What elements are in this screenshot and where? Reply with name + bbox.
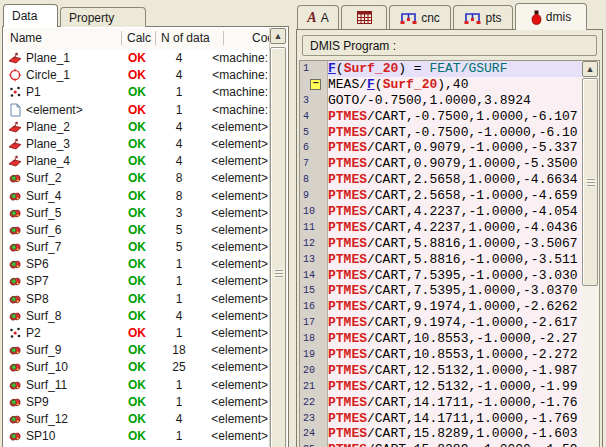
code-line[interactable]: 8PTMES/CART,2.5658,1.0000,-4.6634: [300, 172, 582, 188]
app-window: DataProperty Name Calc N of data Coc Pla…: [0, 0, 606, 447]
scrollbar-thumb[interactable]: [270, 47, 286, 447]
line-number: 5: [300, 125, 328, 141]
feature-name: Surf_9: [26, 343, 61, 357]
code-line[interactable]: 1F(Surf_20) = FEAT/GSURF: [300, 61, 582, 77]
table-row[interactable]: Circle_1OK4<machine:: [4, 67, 270, 84]
table-row[interactable]: Plane_4OK4<element>: [4, 153, 270, 170]
table-row[interactable]: Surf_5OK3<element>: [4, 205, 270, 222]
table-row[interactable]: SP8OK1<element>: [4, 291, 270, 308]
column-header-calc[interactable]: Calc: [127, 31, 151, 45]
code-line[interactable]: 15PTMES/CART,7.5395,1.0000,-3.0370: [300, 283, 582, 299]
scroll-up-button[interactable]: ▲: [582, 61, 598, 77]
code-line[interactable]: 20PTMES/CART,12.5132,1.0000,-1.987: [300, 363, 582, 379]
table-row[interactable]: Surf_11OK1<element>: [4, 377, 270, 394]
feature-name: Surf_5: [26, 206, 61, 220]
code-line[interactable]: 19PTMES/CART,10.8553,1.0000,-2.272: [300, 347, 582, 363]
table-row[interactable]: SP10OK1<element>: [4, 428, 270, 445]
code-line[interactable]: 23PTMES/CART,14.1711,1.0000,-1.769: [300, 411, 582, 427]
code-text: PTMES/CART,9.1974,1.0000,-2.6262: [328, 299, 582, 315]
code-line[interactable]: 16PTMES/CART,9.1974,1.0000,-2.6262: [300, 299, 582, 315]
left-scrollbar[interactable]: ▲: [269, 28, 287, 447]
scrollbar-thumb[interactable]: [582, 78, 598, 286]
tab-property[interactable]: Property: [60, 7, 146, 27]
feature-name: Surf_4: [26, 189, 61, 203]
table-row[interactable]: Plane_2OK4<element>: [4, 119, 270, 136]
surface-icon: [8, 378, 22, 392]
table-row[interactable]: Surf_2OK8<element>: [4, 170, 270, 187]
code-text: PTMES/CART,-0.7500,-1.0000,-6.10: [328, 125, 582, 141]
code-line[interactable]: 4PTMES/CART,-0.7500,1.0000,-6.107: [300, 109, 582, 125]
table-row[interactable]: Surf_7OK5<element>: [4, 239, 270, 256]
bottle-icon: [531, 10, 542, 25]
table-row[interactable]: Surf_8OK4<element>: [4, 308, 270, 325]
code-line[interactable]: 9PTMES/CART,2.5658,-1.0000,-4.659: [300, 188, 582, 204]
table-row[interactable]: SP7OK1<element>: [4, 273, 270, 290]
code-cell: <element>: [176, 395, 268, 409]
table-row[interactable]: Plane_1OK4<machine:: [4, 50, 270, 67]
code-line[interactable]: 18PTMES/CART,10.8553,-1.0000,-2.27: [300, 331, 582, 347]
table-row[interactable]: Plane_3OK4<element>: [4, 136, 270, 153]
code-line[interactable]: 14PTMES/CART,7.5395,-1.0000,-3.030: [300, 268, 582, 284]
code-scrollbar[interactable]: ▲: [582, 61, 599, 447]
code-editor[interactable]: 1F(Surf_20) = FEAT/GSURF−MEAS/F(Surf_20)…: [299, 60, 600, 447]
table-row[interactable]: Surf_6OK5<element>: [4, 222, 270, 239]
table-row[interactable]: <element>OK1<machine:: [4, 102, 270, 119]
code-line[interactable]: 24PTMES/CART,15.8289,1.0000,-1.603: [300, 426, 582, 442]
code-text: MEAS/F(Surf_20),40: [328, 77, 582, 93]
feature-name: Surf_10: [26, 360, 68, 374]
table-row[interactable]: P2OK1<element>: [4, 325, 270, 342]
column-divider[interactable]: [223, 31, 224, 45]
code-line[interactable]: 5PTMES/CART,-0.7500,-1.0000,-6.10: [300, 125, 582, 141]
line-number: 11: [300, 220, 328, 236]
tab-pts[interactable]: pts: [453, 5, 513, 29]
feature-list: Plane_1OK4<machine:Circle_1OK4<machine:P…: [4, 50, 270, 447]
code-line[interactable]: 21PTMES/CART,12.5132,-1.0000,-1.99: [300, 379, 582, 395]
code-line[interactable]: 12PTMES/CART,5.8816,1.0000,-3.5067: [300, 236, 582, 252]
table-row[interactable]: P1OK1<machine:: [4, 84, 270, 101]
table-row[interactable]: SP9OK1<element>: [4, 394, 270, 411]
fold-collapse-icon[interactable]: −: [310, 79, 321, 90]
tab-cnc[interactable]: cnc: [389, 5, 451, 29]
tab-table[interactable]: [341, 5, 387, 29]
calc-status: OK: [128, 120, 146, 134]
table-row[interactable]: Surf_10OK25<element>: [4, 359, 270, 376]
table-row[interactable]: SP6OK1<element>: [4, 256, 270, 273]
code-line[interactable]: 13PTMES/CART,5.8816,-1.0000,-3.511: [300, 252, 582, 268]
cmm-icon: [464, 11, 481, 25]
code-text: PTMES/CART,12.5132,1.0000,-1.987: [328, 363, 582, 379]
code-line[interactable]: 7PTMES/CART,0.9079,1.0000,-5.3500: [300, 156, 582, 172]
feature-name: Circle_1: [26, 68, 70, 82]
table-row[interactable]: Surf_12OK4<element>: [4, 411, 270, 428]
code-cell: <element>: [176, 360, 268, 374]
code-line[interactable]: 10PTMES/CART,4.2237,-1.0000,-4.054: [300, 204, 582, 220]
line-number: 20: [300, 363, 328, 379]
table-row[interactable]: Surf_9OK18<element>: [4, 342, 270, 359]
code-text: PTMES/CART,4.2237,1.0000,-4.0436: [328, 220, 582, 236]
line-number: 25: [300, 442, 328, 447]
tab-dmis[interactable]: dmis: [515, 3, 587, 30]
code-line[interactable]: −MEAS/F(Surf_20),40: [300, 77, 582, 93]
line-number: 23: [300, 411, 328, 427]
code-line[interactable]: 3GOTO/-0.7500,1.0000,3.8924: [300, 93, 582, 109]
surface-icon: [8, 292, 22, 306]
column-header-name[interactable]: Name: [10, 31, 42, 45]
code-text: PTMES/CART,2.5658,1.0000,-4.6634: [328, 172, 582, 188]
scroll-up-button[interactable]: ▲: [270, 28, 286, 44]
chevron-up-icon: ▲: [274, 31, 283, 41]
tab-A[interactable]: AA: [297, 5, 339, 29]
code-line[interactable]: 11PTMES/CART,4.2237,1.0000,-4.0436: [300, 220, 582, 236]
table-row[interactable]: Surf_4OK8<element>: [4, 188, 270, 205]
feature-name: P1: [26, 85, 41, 99]
column-divider[interactable]: [155, 31, 156, 45]
code-line[interactable]: 22PTMES/CART,14.1711,-1.0000,-1.76: [300, 395, 582, 411]
tab-data[interactable]: Data: [3, 4, 58, 27]
calc-status: OK: [128, 360, 146, 374]
line-number: 15: [300, 283, 328, 299]
code-line[interactable]: 6PTMES/CART,0.9079,-1.0000,-5.337: [300, 140, 582, 156]
code-line[interactable]: 17PTMES/CART,9.1974,-1.0000,-2.617: [300, 315, 582, 331]
code-line[interactable]: 25PTMES/CART,15.8289,-1.0000,-1.59: [300, 442, 582, 447]
line-number: 22: [300, 395, 328, 411]
code-text: PTMES/CART,10.8553,-1.0000,-2.27: [328, 331, 582, 347]
column-header-ndata[interactable]: N of data: [161, 31, 210, 45]
column-divider[interactable]: [121, 31, 122, 45]
